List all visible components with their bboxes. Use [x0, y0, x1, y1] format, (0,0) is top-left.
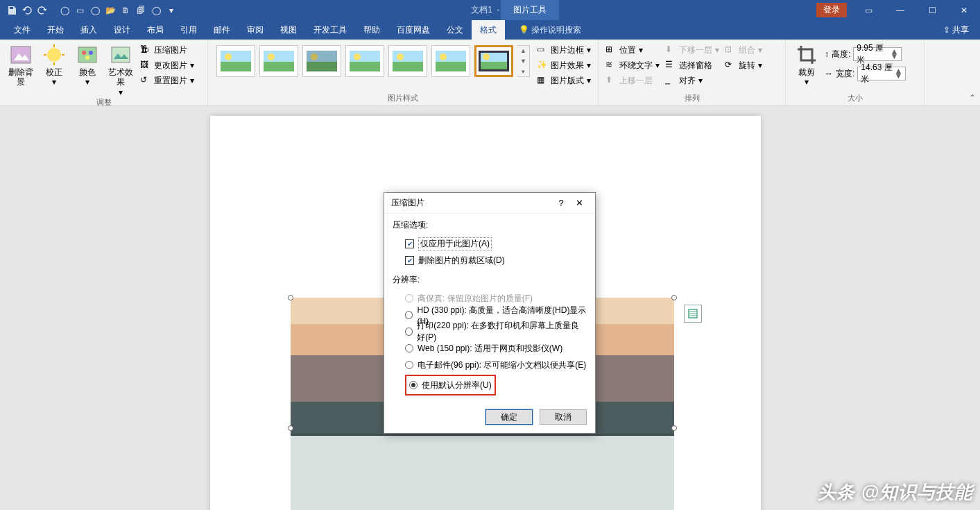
tab-file[interactable]: 文件 — [6, 20, 39, 40]
tab-design[interactable]: 设计 — [105, 20, 139, 40]
ribbon-group-size: 裁剪 ▾ ↕高度:9.95 厘米▲▼ ↔宽度:14.63 厘米▲▼ 大小 — [786, 40, 925, 105]
radio-default[interactable]: 使用默认分辨率(U) — [409, 377, 492, 393]
ribbon: 删除背景 校正 ▾ 颜色 ▾ 艺术效果 ▾ 🗜压缩图片 🖼更改图片 ▾ ↺重置图… — [0, 40, 980, 106]
tab-format[interactable]: 格式 — [472, 20, 505, 40]
new-button[interactable]: 🗎 — [118, 3, 133, 18]
tab-help[interactable]: 帮助 — [355, 20, 388, 40]
color-button[interactable]: 颜色 ▾ — [72, 42, 103, 87]
bring-forward-button[interactable]: ⬆上移一层 — [604, 73, 661, 88]
picture-border-button[interactable]: ▭图片边框 ▾ — [535, 42, 592, 58]
remove-background-button[interactable]: 删除背景 — [6, 42, 36, 87]
qat-more[interactable]: ▾ — [164, 3, 179, 18]
svg-rect-0 — [11, 46, 31, 63]
checkbox-delete-cropped[interactable]: ✔删除图片的剪裁区域(D) — [405, 252, 587, 269]
share-button[interactable]: ⇪ 共享 — [943, 24, 969, 36]
group-label-arrange: 排列 — [604, 93, 780, 104]
tab-home[interactable]: 开始 — [39, 20, 72, 40]
svg-point-8 — [89, 51, 93, 55]
tab-insert[interactable]: 插入 — [72, 20, 105, 40]
rotate-button[interactable]: ⟳旋转 ▾ — [723, 58, 764, 73]
ribbon-options-button[interactable]: ▭ — [852, 0, 884, 20]
picture-layout-button[interactable]: ▦图片版式 ▾ — [535, 73, 592, 88]
change-picture-button[interactable]: 🖼更改图片 ▾ — [139, 58, 196, 73]
highlight-box: 使用默认分辨率(U) — [405, 375, 496, 396]
window-title: 文档1 - Word — [179, 4, 816, 16]
width-field[interactable]: ↔宽度:14.63 厘米▲▼ — [825, 66, 906, 81]
open-button[interactable]: 📂 — [103, 3, 118, 18]
style-thumb-4[interactable] — [345, 45, 384, 77]
svg-point-7 — [82, 51, 86, 55]
dialog-titlebar[interactable]: 压缩图片 ? ✕ — [384, 193, 595, 214]
section-resolution: 分辨率: — [393, 274, 587, 286]
picture-styles-gallery[interactable]: ▲▼▾ — [214, 42, 533, 80]
handle-ne[interactable] — [671, 295, 677, 300]
align-button[interactable]: ⎯对齐 ▾ — [664, 73, 721, 88]
layout-options-button[interactable] — [684, 305, 702, 323]
artistic-effects-button[interactable]: 艺术效果 ▾ — [105, 42, 136, 97]
qat-btn-9[interactable]: 🗐 — [133, 3, 148, 18]
watermark: 头条 @知识与技能 — [818, 480, 973, 504]
handle-w[interactable] — [288, 425, 293, 431]
close-button[interactable]: ✕ — [948, 0, 980, 20]
reset-picture-button[interactable]: ↺重置图片 ▾ — [139, 73, 196, 88]
style-thumb-1[interactable] — [216, 45, 255, 77]
picture-effects-button[interactable]: ✨图片效果 ▾ — [535, 58, 592, 73]
redo-button[interactable] — [35, 3, 50, 18]
radio-print[interactable]: 打印(220 ppi): 在多数打印机和屏幕上质量良好(P) — [405, 323, 587, 340]
style-thumb-5[interactable] — [388, 45, 427, 77]
position-button[interactable]: ⊞位置 ▾ — [604, 42, 661, 58]
qat-btn-6[interactable]: ◯ — [87, 3, 103, 18]
tab-developer[interactable]: 开发工具 — [305, 20, 355, 40]
send-backward-button[interactable]: ⬇下移一层 ▾ — [664, 42, 721, 58]
style-thumb-7[interactable] — [474, 45, 513, 77]
style-thumb-3[interactable] — [302, 45, 341, 77]
svg-point-1 — [47, 48, 61, 62]
undo-button[interactable] — [19, 3, 35, 18]
ribbon-group-adjust: 删除背景 校正 ▾ 颜色 ▾ 艺术效果 ▾ 🗜压缩图片 🖼更改图片 ▾ ↺重置图… — [0, 40, 208, 105]
compress-pictures-dialog: 压缩图片 ? ✕ 压缩选项: ✔仅应用于此图片(A) ✔删除图片的剪裁区域(D)… — [384, 192, 596, 434]
handle-e[interactable] — [671, 425, 677, 431]
height-field[interactable]: ↕高度:9.95 厘米▲▼ — [825, 46, 906, 62]
style-thumb-2[interactable] — [259, 45, 298, 77]
wrap-text-button[interactable]: ≋环绕文字 ▾ — [604, 58, 661, 73]
tab-baidu[interactable]: 百度网盘 — [388, 20, 438, 40]
save-button[interactable] — [4, 3, 19, 18]
qat-btn-4[interactable]: ◯ — [57, 3, 72, 18]
tell-me[interactable]: 💡 操作说明搜索 — [519, 24, 581, 36]
tab-view[interactable]: 视图 — [272, 20, 305, 40]
group-button[interactable]: ⊡组合 ▾ — [723, 42, 764, 58]
checkbox-apply-only[interactable]: ✔仅应用于此图片(A) — [405, 235, 587, 252]
tab-review[interactable]: 审阅 — [239, 20, 272, 40]
ribbon-group-styles: ▲▼▾ ▭图片边框 ▾ ✨图片效果 ▾ ▦图片版式 ▾ 图片样式 — [208, 40, 599, 105]
minimize-button[interactable]: — — [884, 0, 916, 20]
radio-web[interactable]: Web (150 ppi): 适用于网页和投影仪(W) — [405, 340, 587, 357]
svg-rect-10 — [112, 47, 130, 62]
tab-layout[interactable]: 布局 — [139, 20, 172, 40]
handle-nw[interactable] — [288, 295, 293, 300]
dialog-close-button[interactable]: ✕ — [570, 198, 588, 208]
tab-references[interactable]: 引用 — [172, 20, 205, 40]
tab-mailings[interactable]: 邮件 — [205, 20, 239, 40]
collapse-ribbon-button[interactable]: ⌃ — [969, 93, 976, 103]
ok-button[interactable]: 确定 — [485, 409, 533, 425]
qat-btn-10[interactable]: ◯ — [148, 3, 164, 18]
dialog-help-button[interactable]: ? — [552, 198, 570, 208]
dialog-title: 压缩图片 — [391, 197, 552, 209]
tab-official[interactable]: 公文 — [438, 20, 472, 40]
gallery-more-button[interactable]: ▲▼▾ — [517, 45, 530, 77]
menubar: 文件 开始 插入 设计 布局 引用 邮件 审阅 视图 开发工具 帮助 百度网盘 … — [0, 20, 980, 40]
cancel-button[interactable]: 取消 — [540, 409, 587, 425]
maximize-button[interactable]: ☐ — [916, 0, 948, 20]
contextual-tab-label: 图片工具 — [501, 0, 559, 20]
radio-email[interactable]: 电子邮件(96 ppi): 尽可能缩小文档以便共享(E) — [405, 357, 587, 373]
group-label-styles: 图片样式 — [214, 93, 592, 104]
login-button[interactable]: 登录 — [816, 3, 847, 17]
compress-pictures-button[interactable]: 🗜压缩图片 — [139, 42, 196, 58]
qat-btn-5[interactable]: ▭ — [72, 3, 87, 18]
corrections-button[interactable]: 校正 ▾ — [39, 42, 69, 87]
svg-point-9 — [85, 56, 89, 60]
style-thumb-6[interactable] — [431, 45, 470, 77]
selection-pane-button[interactable]: ☰选择窗格 — [664, 58, 721, 73]
crop-button[interactable]: 裁剪 ▾ — [791, 42, 822, 87]
quick-access-toolbar: ◯ ▭ ◯ 📂 🗎 🗐 ◯ ▾ — [0, 3, 179, 18]
